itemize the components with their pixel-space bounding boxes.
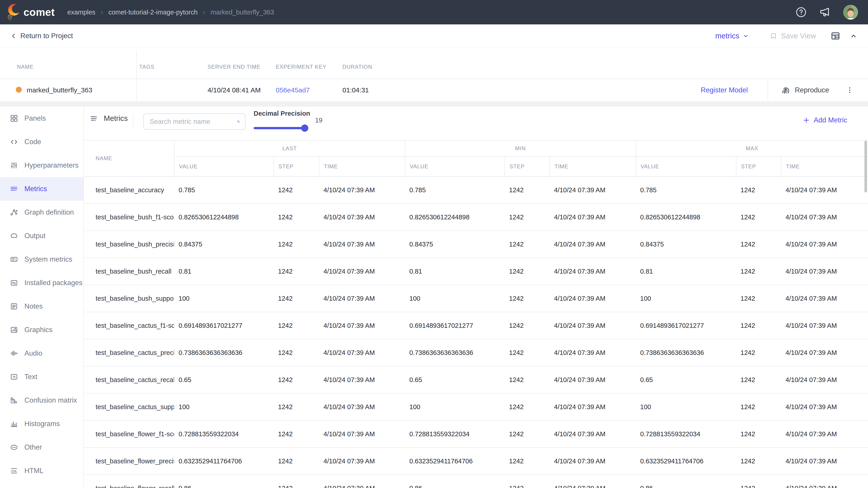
notes-icon — [10, 302, 18, 311]
sidebar-item-graph-definition[interactable]: Graph definition — [0, 201, 84, 224]
metric-max-step: 1242 — [736, 285, 781, 312]
metric-row[interactable]: test_baseline_cactus_f1-score 0.69148936… — [84, 312, 868, 339]
metric-max-time: 4/10/24 07:39 AM — [781, 366, 837, 393]
metrics-table-body: test_baseline_accuracy 0.785 1242 4/10/2… — [84, 177, 868, 488]
metric-row[interactable]: test_baseline_cactus_recall 0.65 1242 4/… — [84, 366, 868, 394]
sidebar-item-assets-artifacts[interactable]: Assets & Artifacts — [0, 483, 84, 488]
breadcrumb-project[interactable]: comet-tutorial-2-image-pytorch — [108, 8, 197, 16]
metric-search-box — [143, 113, 246, 130]
sidebar-item-notes[interactable]: Notes — [0, 295, 84, 318]
subheader-last-value[interactable]: VALUE — [174, 157, 274, 176]
metric-row[interactable]: test_baseline_bush_f1-score 0.8265306122… — [84, 204, 868, 231]
metric-row[interactable]: test_baseline_flower_f1-score 0.72881355… — [84, 421, 868, 448]
metric-last-step: 1242 — [274, 285, 319, 312]
user-avatar[interactable] — [843, 5, 858, 20]
metric-name: test_baseline_accuracy — [84, 177, 174, 203]
audio-icon — [10, 349, 18, 357]
experiment-color-dot — [16, 87, 22, 93]
experiment-toolbar: Return to Project metrics Save View — [0, 24, 868, 47]
return-to-project-button[interactable]: Return to Project — [10, 32, 73, 40]
metric-last-step: 1242 — [274, 339, 319, 366]
sidebar-item-confusion-matrix[interactable]: Confusion matrix — [0, 389, 84, 412]
breadcrumb-workspace[interactable]: examples — [67, 8, 95, 16]
metric-row[interactable]: test_baseline_bush_recall 0.81 1242 4/10… — [84, 258, 868, 285]
sidebar-item-metrics[interactable]: Metrics — [0, 177, 84, 201]
experiment-name[interactable]: marked_butterfly_363 — [27, 86, 92, 94]
metric-row[interactable]: test_baseline_flower_precision 0.6323529… — [84, 448, 868, 475]
experiment-table-header: NAME TAGS SERVER END TIME EXPERIMENT KEY… — [0, 47, 868, 79]
metric-name: test_baseline_bush_support — [84, 285, 174, 312]
decimal-precision-slider[interactable] — [254, 124, 308, 131]
metric-search-input[interactable] — [144, 118, 237, 125]
topbar-actions — [795, 5, 858, 20]
save-view-button[interactable]: Save View — [770, 32, 816, 40]
collapse-panel-icon[interactable] — [849, 32, 858, 40]
metric-max-step: 1242 — [736, 366, 781, 393]
metric-max-value: 0.785 — [636, 177, 736, 203]
metric-max-value: 0.7386363636363636 — [636, 339, 736, 366]
sidebar-item-audio[interactable]: Audio — [0, 341, 84, 365]
slider-thumb[interactable] — [301, 125, 308, 132]
panels-icon — [10, 114, 18, 123]
experiment-key-link[interactable]: 056e45ad7 — [276, 86, 310, 94]
sidebar-item-system-metrics[interactable]: System metrics — [0, 248, 84, 271]
metrics-header-name[interactable]: NAME — [84, 140, 174, 176]
sidebar-item-installed-packages[interactable]: Py Installed packages — [0, 271, 84, 295]
metric-row[interactable]: test_baseline_bush_support 100 1242 4/10… — [84, 285, 868, 312]
subheader-max-time[interactable]: TIME — [781, 157, 868, 176]
row-menu-kebab-icon[interactable] — [844, 85, 855, 96]
help-icon[interactable] — [795, 6, 807, 18]
system-metrics-icon — [10, 255, 18, 263]
table-scrollbar-thumb[interactable] — [864, 140, 867, 193]
metric-min-step: 1242 — [504, 285, 550, 312]
metric-row[interactable]: test_baseline_bush_precision 0.84375 124… — [84, 231, 868, 258]
sidebar-item-hyperparameters[interactable]: Hyperparameters — [0, 154, 84, 177]
metric-max-value: 100 — [636, 285, 736, 312]
register-model-button[interactable]: Register Model — [701, 86, 748, 94]
sidebar-item-other[interactable]: Other — [0, 435, 84, 459]
sidebar-item-output[interactable]: Output — [0, 224, 84, 248]
metric-row[interactable]: test_baseline_cactus_support 100 1242 4/… — [84, 394, 868, 421]
metric-max-time: 4/10/24 07:39 AM — [781, 204, 837, 230]
metric-row[interactable]: test_baseline_cactus_precision 0.7386363… — [84, 339, 868, 366]
add-metric-button[interactable]: Add Metric — [803, 116, 847, 124]
subheader-max-step[interactable]: STEP — [736, 157, 781, 176]
subheader-min-time[interactable]: TIME — [550, 157, 636, 176]
sidebar-item-text[interactable]: Tt Text — [0, 365, 84, 389]
metric-row[interactable]: test_baseline_accuracy 0.785 1242 4/10/2… — [84, 177, 868, 204]
metric-min-step: 1242 — [504, 177, 550, 203]
subheader-max-value[interactable]: VALUE — [636, 157, 736, 176]
subheader-min-value[interactable]: VALUE — [405, 157, 504, 176]
metric-last-time: 4/10/24 07:39 AM — [319, 285, 405, 312]
add-metric-label: Add Metric — [814, 116, 847, 124]
metrics-icon — [10, 185, 18, 193]
metric-min-time: 4/10/24 07:39 AM — [550, 448, 636, 475]
reproduce-button[interactable]: Reproduce — [781, 85, 829, 95]
sidebar-item-graphics[interactable]: Graphics — [0, 318, 84, 341]
subheader-last-step[interactable]: STEP — [274, 157, 319, 176]
metric-max-step: 1242 — [736, 258, 781, 285]
comet-logo[interactable]: comet — [6, 3, 55, 21]
slider-track — [254, 127, 308, 129]
sidebar-item-html[interactable]: HTML HTML — [0, 459, 84, 483]
divider — [133, 114, 133, 128]
fingerprint-icon — [781, 85, 791, 95]
metric-max-time: 4/10/24 07:39 AM — [781, 448, 837, 475]
subheader-min-step[interactable]: STEP — [504, 157, 550, 176]
experiment-row-actions: Register Model Reproduce — [701, 79, 868, 101]
search-icon[interactable] — [237, 118, 240, 126]
sidebar-item-code[interactable]: Code — [0, 130, 84, 154]
metric-last-time: 4/10/24 07:39 AM — [319, 394, 405, 420]
metric-max-value: 0.84375 — [636, 231, 736, 258]
experiment-row[interactable]: marked_butterfly_363 4/10/24 08:41 AM 05… — [0, 79, 868, 101]
metric-row[interactable]: test_baseline_flower_recall 0.86 1242 4/… — [84, 475, 868, 488]
metric-max-step: 1242 — [736, 177, 781, 203]
sidebar-item-histograms[interactable]: Histograms — [0, 412, 84, 435]
subheader-last-time[interactable]: TIME — [319, 157, 405, 176]
table-view-icon[interactable] — [831, 31, 840, 41]
announcements-icon[interactable] — [819, 6, 831, 19]
metric-max-step: 1242 — [736, 339, 781, 366]
metric-max-step: 1242 — [736, 394, 781, 420]
view-selector-dropdown[interactable]: metrics — [715, 32, 749, 40]
sidebar-item-panels[interactable]: Panels — [0, 107, 84, 130]
